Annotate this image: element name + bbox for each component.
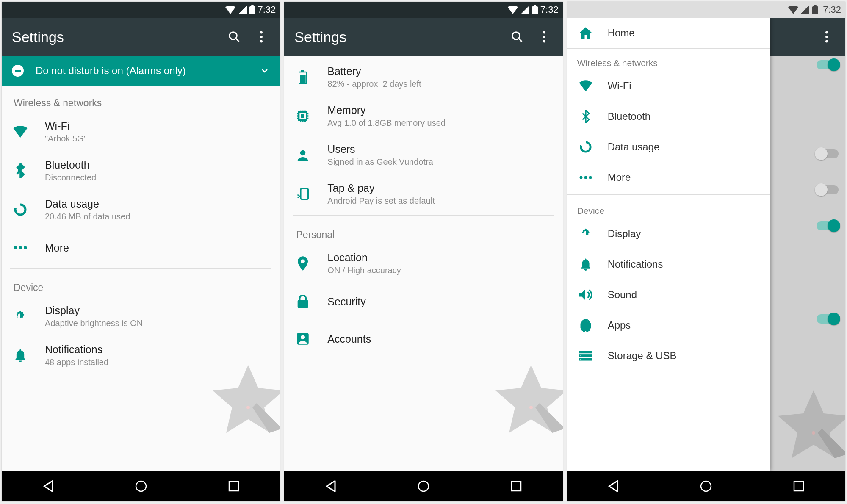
overflow-menu-button[interactable] bbox=[818, 28, 835, 45]
item-bluetooth[interactable]: Bluetooth Disconnected bbox=[2, 151, 280, 190]
app-bar-title: Settings bbox=[12, 29, 216, 45]
item-security-title: Security bbox=[327, 296, 365, 308]
svg-point-42 bbox=[579, 176, 582, 179]
data-usage-icon bbox=[579, 141, 592, 153]
item-notifications[interactable]: Notifications 48 apps installed bbox=[2, 336, 280, 375]
svg-point-4 bbox=[260, 31, 263, 34]
svg-point-2 bbox=[230, 32, 237, 40]
item-accounts[interactable]: Accounts bbox=[284, 320, 562, 357]
drawer-item-bluetooth[interactable]: Bluetooth bbox=[567, 101, 770, 132]
svg-rect-0 bbox=[249, 6, 255, 14]
wifi-status-icon bbox=[507, 6, 518, 14]
status-time: 7:32 bbox=[823, 4, 841, 15]
svg-point-12 bbox=[136, 481, 146, 491]
nav-recent-button[interactable] bbox=[225, 478, 242, 495]
toggle-switch[interactable] bbox=[817, 185, 839, 194]
nav-home-button[interactable] bbox=[415, 478, 432, 495]
overflow-menu-button[interactable] bbox=[253, 28, 270, 45]
svg-point-6 bbox=[260, 40, 263, 43]
svg-point-51 bbox=[580, 355, 581, 356]
item-tap-pay[interactable]: Tap & pay Android Pay is set as default bbox=[284, 174, 562, 213]
phone-screen-2: 7:32 Settings Battery 82% - approx. 2 da… bbox=[284, 2, 562, 501]
toggle-switch[interactable] bbox=[817, 149, 839, 158]
svg-point-18 bbox=[543, 31, 545, 34]
item-memory-title: Memory bbox=[327, 104, 446, 116]
watermark-icon bbox=[487, 361, 563, 446]
svg-point-50 bbox=[580, 352, 581, 352]
drawer-item-storage[interactable]: Storage & USB bbox=[567, 341, 770, 371]
chevron-down-icon bbox=[260, 66, 270, 76]
bell-icon bbox=[580, 258, 591, 271]
svg-rect-35 bbox=[812, 6, 818, 14]
svg-rect-54 bbox=[794, 482, 803, 491]
overflow-menu-button[interactable] bbox=[536, 28, 553, 45]
status-bar: 7:32 bbox=[2, 2, 280, 18]
nav-recent-button[interactable] bbox=[508, 478, 525, 495]
drawer-item-label: Notifications bbox=[608, 258, 663, 270]
item-accounts-title: Accounts bbox=[327, 333, 371, 345]
drawer-item-home[interactable]: Home bbox=[567, 18, 770, 48]
divider bbox=[10, 268, 271, 269]
watermark-icon bbox=[769, 386, 845, 471]
wifi-icon bbox=[579, 80, 592, 91]
drawer-item-display[interactable]: Display bbox=[567, 219, 770, 249]
toggle-switch[interactable] bbox=[817, 60, 839, 69]
item-more[interactable]: More bbox=[2, 229, 280, 266]
item-data-usage[interactable]: Data usage 20.46 MB of data used bbox=[2, 190, 280, 229]
brightness-icon bbox=[14, 310, 27, 323]
nav-back-button[interactable] bbox=[322, 478, 339, 495]
drawer-item-apps[interactable]: Apps bbox=[567, 310, 770, 341]
search-button[interactable] bbox=[509, 28, 526, 45]
dnd-banner[interactable]: Do not disturb is on (Alarms only) bbox=[2, 56, 280, 86]
home-icon bbox=[579, 27, 592, 39]
app-bar: Settings bbox=[284, 18, 562, 56]
item-display[interactable]: Display Adaptive brightness is ON bbox=[2, 297, 280, 336]
search-button[interactable] bbox=[226, 28, 243, 45]
toggle-switch[interactable] bbox=[817, 221, 839, 230]
svg-point-39 bbox=[825, 40, 828, 43]
drawer-item-sound[interactable]: Sound bbox=[567, 280, 770, 310]
svg-point-37 bbox=[825, 31, 828, 34]
android-icon bbox=[580, 319, 591, 332]
nav-back-button[interactable] bbox=[605, 478, 622, 495]
wifi-status-icon bbox=[788, 6, 799, 14]
item-battery[interactable]: Battery 82% - approx. 2 days left bbox=[284, 58, 562, 97]
navigation-drawer: Home Wireless & networks Wi-Fi Bluetooth… bbox=[567, 18, 770, 471]
drawer-item-data-usage[interactable]: Data usage bbox=[567, 132, 770, 162]
drawer-item-wifi[interactable]: Wi-Fi bbox=[567, 71, 770, 101]
toggle-switch[interactable] bbox=[817, 314, 839, 324]
item-display-title: Display bbox=[45, 305, 143, 317]
divider bbox=[293, 215, 554, 216]
nav-back-button[interactable] bbox=[40, 478, 57, 495]
nav-recent-button[interactable] bbox=[790, 478, 807, 495]
svg-point-16 bbox=[512, 32, 520, 40]
drawer-item-notifications[interactable]: Notifications bbox=[567, 249, 770, 280]
svg-point-53 bbox=[701, 481, 711, 491]
memory-chip-icon bbox=[296, 109, 310, 123]
tap-pay-icon bbox=[296, 188, 309, 200]
drawer-item-more[interactable]: More bbox=[567, 162, 770, 193]
svg-rect-15 bbox=[534, 5, 536, 7]
svg-point-5 bbox=[260, 36, 263, 38]
svg-point-52 bbox=[580, 359, 581, 360]
nav-back-icon bbox=[325, 480, 337, 493]
item-security[interactable]: Security bbox=[284, 283, 562, 320]
item-users[interactable]: Users Signed in as Geek Vundotra bbox=[284, 136, 562, 174]
svg-rect-23 bbox=[300, 75, 306, 83]
nav-home-icon bbox=[700, 480, 712, 493]
svg-point-46 bbox=[587, 321, 588, 322]
item-wifi-title: Wi-Fi bbox=[45, 120, 87, 132]
item-memory[interactable]: Memory Avg 1.0 of 1.8GB memory used bbox=[284, 97, 562, 136]
drawer-item-label: Sound bbox=[608, 289, 637, 301]
item-more-title: More bbox=[45, 242, 69, 254]
item-location[interactable]: Location ON / High accuracy bbox=[284, 244, 562, 283]
item-bluetooth-title: Bluetooth bbox=[45, 159, 96, 171]
item-location-sub: ON / High accuracy bbox=[327, 266, 401, 275]
nav-home-button[interactable] bbox=[698, 478, 714, 495]
search-icon bbox=[511, 30, 523, 43]
sound-icon bbox=[579, 289, 592, 301]
divider bbox=[567, 194, 770, 195]
item-wifi[interactable]: Wi-Fi "Arbok 5G" bbox=[2, 112, 280, 151]
svg-rect-36 bbox=[814, 5, 817, 7]
nav-home-button[interactable] bbox=[133, 478, 149, 495]
